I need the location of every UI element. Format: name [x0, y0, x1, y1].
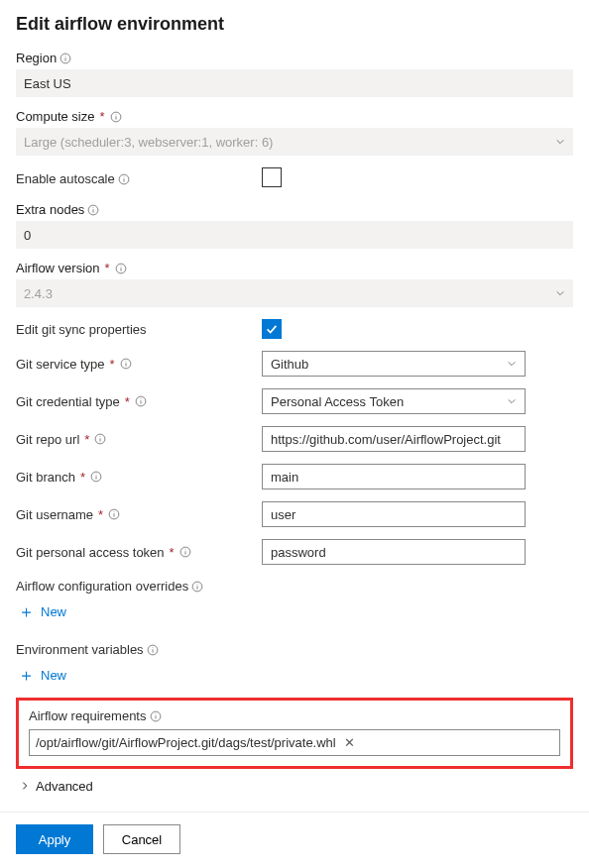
git-pat-input[interactable] [262, 539, 526, 565]
env-vars-label: Environment variables [16, 642, 144, 657]
new-env-var-button[interactable]: ＋ New [16, 663, 68, 688]
airflow-requirements-label: Airflow requirements [29, 708, 147, 723]
svg-point-37 [152, 647, 153, 648]
git-pat-label: Git personal access token [16, 545, 165, 560]
info-icon[interactable] [110, 111, 122, 123]
git-service-type-select[interactable]: Github [262, 351, 526, 377]
git-service-type-value: Github [271, 357, 308, 372]
info-icon[interactable] [87, 204, 99, 216]
svg-point-19 [140, 398, 141, 399]
info-icon[interactable] [118, 173, 130, 185]
chevron-down-icon [555, 135, 565, 150]
svg-point-16 [125, 361, 126, 362]
git-credential-type-value: Personal Access Token [271, 394, 404, 409]
airflow-config-overrides-label: Airflow configuration overrides [16, 579, 188, 594]
extra-nodes-input[interactable] [16, 221, 573, 249]
required-marker: * [80, 470, 85, 485]
info-icon[interactable] [179, 546, 191, 558]
svg-point-34 [197, 584, 198, 585]
compute-size-value: Large (scheduler:3, webserver:1, worker:… [24, 135, 273, 150]
info-icon[interactable] [120, 358, 132, 370]
plus-icon: ＋ [18, 603, 35, 620]
requirement-pill-text: /opt/airflow/git/AirflowProject.git/dags… [36, 735, 336, 750]
page-title: Edit airflow environment [16, 14, 573, 35]
svg-point-22 [100, 436, 101, 437]
cancel-button[interactable]: Cancel [103, 824, 180, 854]
info-icon[interactable] [135, 395, 147, 407]
required-marker: * [125, 394, 130, 409]
svg-point-10 [93, 207, 94, 208]
enable-autoscale-label: Enable autoscale [16, 171, 115, 186]
git-repo-url-label: Git repo url [16, 432, 79, 447]
extra-nodes-label: Extra nodes [16, 202, 84, 217]
required-marker: * [105, 261, 110, 275]
region-label: Region [16, 51, 57, 65]
svg-point-31 [184, 549, 185, 550]
info-icon[interactable] [191, 581, 203, 593]
chevron-down-icon [555, 286, 565, 301]
svg-point-25 [96, 474, 97, 475]
chevron-down-icon [507, 394, 517, 409]
requirement-pill: /opt/airflow/git/AirflowProject.git/dags… [36, 735, 355, 750]
chevron-right-icon [20, 779, 30, 794]
edit-git-sync-checkbox[interactable] [262, 319, 282, 339]
info-icon[interactable] [147, 644, 159, 656]
new-label: New [41, 604, 66, 619]
git-repo-url-input[interactable] [262, 426, 526, 452]
svg-point-13 [120, 266, 121, 267]
enable-autoscale-checkbox[interactable] [262, 167, 282, 187]
git-credential-type-select[interactable]: Personal Access Token [262, 388, 526, 414]
airflow-requirements-input[interactable]: /opt/airflow/git/AirflowProject.git/dags… [29, 729, 560, 756]
info-icon[interactable] [150, 710, 162, 722]
svg-point-28 [114, 511, 115, 512]
required-marker: * [84, 432, 89, 447]
airflow-version-label: Airflow version [16, 261, 100, 275]
info-icon[interactable] [108, 508, 120, 520]
svg-point-7 [123, 176, 124, 177]
apply-button[interactable]: Apply [16, 824, 93, 854]
advanced-label: Advanced [36, 779, 93, 794]
edit-git-sync-label: Edit git sync properties [16, 322, 147, 337]
git-username-input[interactable] [262, 501, 526, 527]
new-config-override-button[interactable]: ＋ New [16, 599, 68, 624]
required-marker: * [170, 545, 175, 560]
remove-pill-icon[interactable]: ✕ [344, 735, 355, 750]
git-username-label: Git username [16, 507, 93, 522]
info-icon[interactable] [115, 263, 127, 274]
info-icon[interactable] [94, 433, 106, 445]
info-icon[interactable] [59, 53, 71, 64]
region-input[interactable] [16, 69, 573, 97]
svg-point-40 [155, 713, 156, 714]
svg-point-1 [65, 55, 66, 56]
airflow-requirements-section: Airflow requirements /opt/airflow/git/Ai… [16, 698, 573, 769]
plus-icon: ＋ [18, 667, 35, 684]
git-service-type-label: Git service type [16, 357, 105, 372]
new-label: New [41, 668, 66, 683]
git-branch-input[interactable] [262, 464, 526, 489]
advanced-toggle[interactable]: Advanced [20, 779, 573, 794]
required-marker: * [110, 357, 115, 372]
git-credential-type-label: Git credential type [16, 394, 120, 409]
airflow-version-select: 2.4.3 [16, 279, 573, 307]
airflow-version-value: 2.4.3 [24, 286, 53, 301]
chevron-down-icon [507, 357, 517, 372]
compute-size-select: Large (scheduler:3, webserver:1, worker:… [16, 128, 573, 156]
compute-size-label: Compute size [16, 109, 94, 124]
required-marker: * [98, 507, 103, 522]
required-marker: * [99, 109, 104, 124]
git-branch-label: Git branch [16, 470, 75, 485]
svg-point-4 [115, 114, 116, 115]
info-icon[interactable] [90, 471, 102, 483]
